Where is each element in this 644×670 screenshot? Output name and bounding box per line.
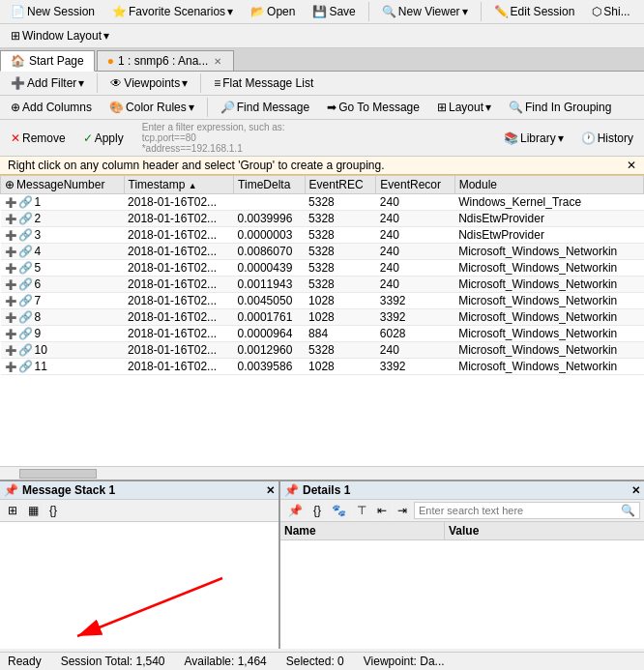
- table-row[interactable]: ➕ 🔗 2 2018-01-16T02... 0.0039996 5328 24…: [1, 211, 644, 227]
- cell-timestamp: 2018-01-16T02...: [124, 309, 234, 326]
- find-message-button[interactable]: 🔎 Find Message: [214, 98, 316, 117]
- table-row[interactable]: ➕ 🔗 6 2018-01-16T02... 0.0011943 5328 24…: [1, 277, 644, 293]
- start-page-tab[interactable]: 🏠 Start Page: [0, 50, 95, 72]
- plus-icon[interactable]: ➕: [5, 296, 16, 306]
- cell-event-recor: 3392: [376, 359, 454, 375]
- plus-icon[interactable]: ➕: [5, 345, 16, 356]
- new-session-label: New Session: [27, 5, 95, 18]
- panel-right-paw-btn[interactable]: 🐾: [328, 502, 350, 519]
- cell-timedelta: 0.0045050: [234, 293, 305, 309]
- col-timedelta[interactable]: TimeDelta: [234, 176, 305, 194]
- row-icon: 🔗: [18, 277, 33, 291]
- main-table[interactable]: ⊕ MessageNumber Timestamp ▲ TimeDelta Ev…: [0, 175, 644, 466]
- plus-icon[interactable]: ➕: [5, 247, 16, 257]
- info-bar: Right click on any column header and sel…: [0, 157, 644, 175]
- col-event-rec[interactable]: EventREC: [305, 176, 376, 194]
- details-columns-header: Name Value: [280, 522, 644, 540]
- new-viewer-icon: 🔍: [382, 5, 396, 18]
- history-button[interactable]: 🕐 History: [574, 129, 640, 148]
- col-event-recor[interactable]: EventRecor: [376, 176, 454, 194]
- table-row[interactable]: ➕ 🔗 4 2018-01-16T02... 0.0086070 5328 24…: [1, 244, 644, 260]
- separator2: [481, 2, 482, 21]
- color-rules-icon: 🎨: [109, 101, 124, 114]
- cell-timedelta: 0.0011943: [234, 277, 305, 293]
- remove-button[interactable]: ✕ Remove: [4, 129, 73, 148]
- panel-left-grid-icon-btn[interactable]: ⊞: [4, 502, 21, 519]
- table-row[interactable]: ➕ 🔗 7 2018-01-16T02... 0.0045050 1028 33…: [1, 293, 644, 309]
- filter-input-area: Enter a filter expression, such as: tcp.…: [134, 122, 493, 154]
- edit-session-button[interactable]: ✏️ Edit Session: [487, 2, 582, 21]
- shift-button[interactable]: ⬡ Shi...: [585, 2, 636, 21]
- new-session-button[interactable]: 📄 New Session: [4, 2, 102, 21]
- row-icon: 🔗: [18, 245, 33, 258]
- scrollbar-thumb[interactable]: [19, 469, 97, 479]
- table-area: ⊕ MessageNumber Timestamp ▲ TimeDelta Ev…: [0, 175, 644, 480]
- flat-message-list-button[interactable]: ≡ Flat Message List: [207, 73, 320, 93]
- open-button[interactable]: 📂 Open: [244, 2, 302, 21]
- cell-event-rec: 884: [305, 326, 376, 342]
- cell-timedelta: 0.0000003: [234, 227, 305, 244]
- favorite-scenarios-button[interactable]: ⭐ Favorite Scenarios ▾: [105, 2, 240, 21]
- add-columns-icon: ⊕: [11, 101, 20, 114]
- go-to-message-button[interactable]: ➡ Go To Message: [320, 98, 426, 117]
- panel-right-filter-btn[interactable]: ⊤: [353, 502, 370, 519]
- table-row[interactable]: ➕ 🔗 8 2018-01-16T02... 0.0001761 1028 33…: [1, 309, 644, 326]
- plus-icon[interactable]: ➕: [5, 214, 16, 224]
- col-module[interactable]: Module: [454, 176, 643, 194]
- status-bar: Ready Session Total: 1,540 Available: 1,…: [0, 652, 644, 670]
- library-button[interactable]: 📚 Library ▾: [497, 129, 571, 148]
- add-columns-button[interactable]: ⊕ Add Columns: [4, 98, 99, 117]
- cell-event-recor: 3392: [376, 293, 454, 309]
- find-in-grouping-button[interactable]: 🔍 Find In Grouping: [502, 98, 618, 117]
- search-input[interactable]: [419, 505, 619, 516]
- panel-right-json-btn[interactable]: {}: [309, 502, 325, 519]
- table-row[interactable]: ➕ 🔗 10 2018-01-16T02... 0.0012960 5328 2…: [1, 342, 644, 359]
- panel-left-json-icon-btn[interactable]: {}: [45, 502, 61, 519]
- panel-right-expand-btn[interactable]: ⇥: [394, 502, 411, 519]
- viewpoints-button[interactable]: 👁 Viewpoints ▾: [103, 73, 194, 93]
- col-message-number[interactable]: ⊕ MessageNumber: [1, 176, 125, 194]
- flat-message-list-icon: ≡: [214, 76, 220, 90]
- table-row[interactable]: ➕ 🔗 5 2018-01-16T02... 0.0000439 5328 24…: [1, 260, 644, 277]
- panel-left-header: 📌 Message Stack 1 ✕: [0, 481, 278, 500]
- info-bar-close[interactable]: ✕: [627, 159, 636, 172]
- filter-expression-row: ✕ Remove ✓ Apply Enter a filter expressi…: [0, 120, 644, 157]
- edit-session-label: Edit Session: [511, 5, 575, 18]
- new-viewer-button[interactable]: 🔍 New Viewer ▾: [375, 2, 475, 21]
- table-row[interactable]: ➕ 🔗 1 2018-01-16T02... 5328 240 Windows_…: [1, 194, 644, 211]
- col-timestamp[interactable]: Timestamp ▲: [124, 176, 234, 194]
- cell-event-recor: 240: [376, 277, 454, 293]
- save-button[interactable]: 💾 Save: [306, 2, 362, 21]
- add-filter-button[interactable]: ➕ Add Filter ▾: [4, 73, 91, 93]
- session-tab-close[interactable]: ✕: [212, 56, 223, 67]
- filter-hint-line3: *address==192.168.1.1: [142, 143, 485, 154]
- panel-right-pin-btn[interactable]: 📌: [284, 502, 307, 519]
- plus-icon[interactable]: ➕: [5, 362, 16, 372]
- plus-icon[interactable]: ➕: [5, 263, 16, 274]
- layout-button[interactable]: ⊞ Layout ▾: [430, 98, 498, 117]
- apply-button[interactable]: ✓ Apply: [76, 129, 131, 148]
- panel-right-close[interactable]: ✕: [631, 484, 640, 497]
- cell-module: NdisEtwProvider: [454, 227, 643, 244]
- panel-left-table-icon-btn[interactable]: ▦: [24, 502, 43, 519]
- library-label: Library: [520, 131, 556, 145]
- plus-icon[interactable]: ➕: [5, 197, 16, 208]
- horizontal-scrollbar[interactable]: [0, 466, 644, 480]
- table-row[interactable]: ➕ 🔗 3 2018-01-16T02... 0.0000003 5328 24…: [1, 227, 644, 244]
- panel-right-collapse-btn[interactable]: ⇤: [373, 502, 391, 519]
- plus-icon[interactable]: ➕: [5, 230, 16, 241]
- panel-left-close[interactable]: ✕: [266, 484, 275, 497]
- row-icon: 🔗: [18, 343, 33, 357]
- plus-icon[interactable]: ➕: [5, 279, 16, 290]
- cell-msg-num: ➕ 🔗 9: [1, 326, 125, 342]
- window-layout-dropdown-icon: ▾: [103, 29, 109, 43]
- plus-icon[interactable]: ➕: [5, 329, 16, 339]
- plus-icon[interactable]: ➕: [5, 312, 16, 323]
- table-row[interactable]: ➕ 🔗 9 2018-01-16T02... 0.0000964 884 602…: [1, 326, 644, 342]
- window-layout-button[interactable]: ⊞ Window Layout ▾: [4, 26, 116, 45]
- session-tab[interactable]: ● 1 : snmp6 : Ana... ✕: [97, 50, 235, 71]
- viewpoints-label: Viewpoints: [124, 76, 180, 90]
- table-row[interactable]: ➕ 🔗 11 2018-01-16T02... 0.0039586 1028 3…: [1, 359, 644, 375]
- color-rules-button[interactable]: 🎨 Color Rules ▾: [102, 98, 201, 117]
- panel-right-search[interactable]: 🔍: [414, 502, 640, 519]
